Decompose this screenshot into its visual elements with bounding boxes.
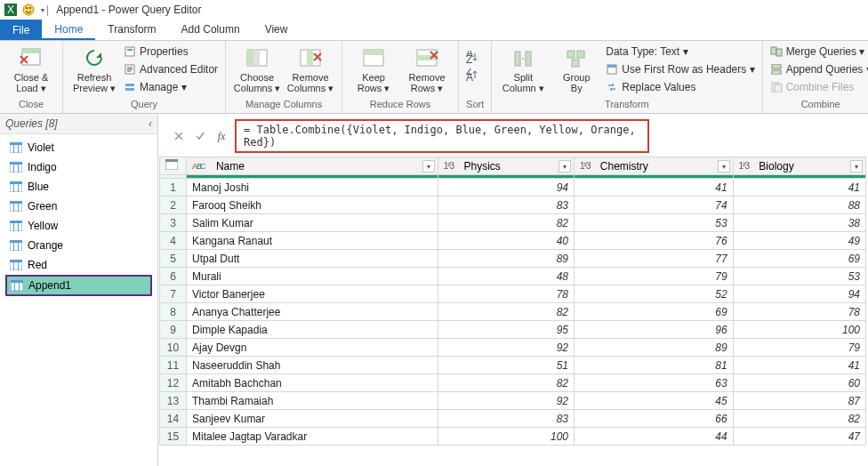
column-header-physics[interactable]: Physics: [438, 157, 574, 175]
row-number[interactable]: 6: [160, 268, 187, 285]
cell-name[interactable]: Utpal Dutt: [187, 250, 438, 268]
cell-biology[interactable]: 47: [733, 428, 865, 446]
grid-corner[interactable]: [160, 157, 187, 175]
table-row[interactable]: 6Murali487953: [160, 268, 866, 285]
first-row-headers-button[interactable]: Use First Row as Headers ▾: [606, 61, 754, 77]
cell-chemistry[interactable]: 63: [575, 374, 734, 392]
cell-biology[interactable]: 78: [733, 303, 865, 321]
cell-biology[interactable]: 69: [733, 250, 865, 268]
merge-queries-button[interactable]: Merge Queries ▾: [770, 44, 868, 60]
table-row[interactable]: 8Ananya Chatterjee826978: [160, 303, 866, 321]
row-number[interactable]: 5: [160, 250, 187, 268]
cell-chemistry[interactable]: 45: [575, 392, 734, 410]
cell-physics[interactable]: 95: [438, 321, 574, 339]
queries-header[interactable]: Queries [8] ‹: [0, 114, 157, 134]
column-filter-button[interactable]: [850, 160, 863, 173]
cell-name[interactable]: Mitalee Jagtap Varadkar: [187, 428, 438, 446]
split-column-button[interactable]: Split Column ▾: [499, 44, 547, 93]
tab-transform[interactable]: Transform: [95, 20, 168, 40]
table-row[interactable]: 7Victor Banerjee785294: [160, 285, 866, 303]
refresh-preview-button[interactable]: Refresh Preview ▾: [70, 44, 118, 93]
chevron-left-icon[interactable]: ‹: [149, 117, 152, 130]
formula-input[interactable]: = Table.Combine({Violet, Indigo, Blue, G…: [235, 119, 649, 153]
column-header-name[interactable]: B Name: [187, 157, 438, 175]
cell-physics[interactable]: 100: [438, 428, 574, 446]
cell-chemistry[interactable]: 66: [575, 410, 734, 428]
table-row[interactable]: 11Naseeruddin Shah518141: [160, 357, 866, 374]
column-header-chemistry[interactable]: Chemistry: [575, 157, 734, 175]
table-row[interactable]: 15Mitalee Jagtap Varadkar1004447: [160, 428, 866, 446]
cell-physics[interactable]: 82: [438, 374, 574, 392]
cell-chemistry[interactable]: 52: [575, 285, 734, 303]
query-item-red[interactable]: Red: [5, 255, 152, 275]
column-filter-button[interactable]: [422, 160, 435, 173]
fx-icon[interactable]: fx: [213, 128, 229, 144]
cell-chemistry[interactable]: 96: [575, 321, 734, 339]
cell-physics[interactable]: 92: [438, 339, 574, 357]
cell-biology[interactable]: 100: [733, 321, 865, 339]
cell-biology[interactable]: 79: [733, 339, 865, 357]
table-row[interactable]: 1Manoj Joshi944141: [160, 179, 866, 197]
row-number[interactable]: 7: [160, 285, 187, 303]
row-number[interactable]: 10: [160, 339, 187, 357]
cell-chemistry[interactable]: 41: [575, 179, 734, 197]
row-number[interactable]: 4: [160, 232, 187, 250]
cell-name[interactable]: Salim Kumar: [187, 214, 438, 232]
cell-biology[interactable]: 38: [733, 214, 865, 232]
cell-name[interactable]: Amitabh Bachchan: [187, 374, 438, 392]
cell-name[interactable]: Victor Banerjee: [187, 285, 438, 303]
cell-physics[interactable]: 83: [438, 197, 574, 214]
choose-columns-button[interactable]: Choose Columns ▾: [233, 44, 281, 93]
accept-formula-button[interactable]: [192, 128, 208, 144]
cell-physics[interactable]: 78: [438, 285, 574, 303]
query-item-orange[interactable]: Orange: [5, 236, 152, 255]
column-header-biology[interactable]: Biology: [733, 157, 865, 175]
cell-chemistry[interactable]: 89: [575, 339, 734, 357]
cell-chemistry[interactable]: 79: [575, 268, 734, 285]
smiley-icon[interactable]: [21, 3, 36, 17]
cell-physics[interactable]: 82: [438, 303, 574, 321]
manage-button[interactable]: Manage ▾: [124, 79, 218, 95]
data-type-button[interactable]: Data Type: Text ▾: [606, 44, 754, 60]
cell-chemistry[interactable]: 53: [575, 214, 734, 232]
cell-biology[interactable]: 41: [733, 179, 865, 197]
remove-rows-button[interactable]: Remove Rows ▾: [403, 44, 451, 93]
cell-physics[interactable]: 40: [438, 232, 574, 250]
cell-name[interactable]: Ajay Devgn: [187, 339, 438, 357]
column-filter-button[interactable]: [718, 160, 730, 173]
cell-biology[interactable]: 49: [733, 232, 865, 250]
cell-name[interactable]: Ananya Chatterjee: [187, 303, 438, 321]
query-item-green[interactable]: Green: [5, 197, 152, 216]
row-number[interactable]: 1: [160, 179, 187, 197]
cell-chemistry[interactable]: 77: [575, 250, 734, 268]
cell-chemistry[interactable]: 76: [575, 232, 734, 250]
table-row[interactable]: 10Ajay Devgn928979: [160, 339, 866, 357]
cell-name[interactable]: Manoj Joshi: [187, 179, 438, 197]
query-item-indigo[interactable]: Indigo: [5, 157, 152, 177]
row-number[interactable]: 11: [160, 357, 187, 374]
keep-rows-button[interactable]: Keep Rows ▾: [350, 44, 398, 93]
close-load-button[interactable]: Close & Load ▾: [7, 44, 55, 93]
query-item-blue[interactable]: Blue: [5, 177, 152, 197]
row-number[interactable]: 13: [160, 392, 187, 410]
row-number[interactable]: 8: [160, 303, 187, 321]
tab-add-column[interactable]: Add Column: [169, 20, 253, 40]
cell-name[interactable]: Farooq Sheikh: [187, 197, 438, 214]
cell-physics[interactable]: 82: [438, 214, 574, 232]
tab-view[interactable]: View: [253, 20, 301, 40]
cell-name[interactable]: Thambi Ramaiah: [187, 392, 438, 410]
row-number[interactable]: 12: [160, 374, 187, 392]
table-row[interactable]: 12Amitabh Bachchan826360: [160, 374, 866, 392]
cell-biology[interactable]: 94: [733, 285, 865, 303]
cell-biology[interactable]: 87: [733, 392, 865, 410]
table-row[interactable]: 2Farooq Sheikh837488: [160, 197, 866, 214]
query-item-yellow[interactable]: Yellow: [5, 216, 152, 236]
cell-name[interactable]: Sanjeev Kumar: [187, 410, 438, 428]
tab-home[interactable]: Home: [42, 20, 95, 40]
row-number[interactable]: 3: [160, 214, 187, 232]
row-number[interactable]: 15: [160, 428, 187, 446]
cell-biology[interactable]: 41: [733, 357, 865, 374]
tab-file[interactable]: File: [0, 20, 42, 40]
cell-physics[interactable]: 94: [438, 179, 574, 197]
append-queries-button[interactable]: Append Queries ▾: [770, 61, 868, 77]
